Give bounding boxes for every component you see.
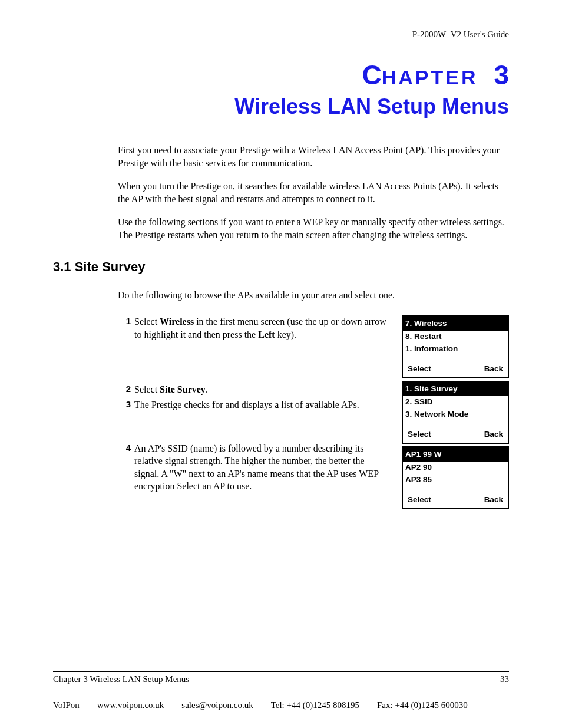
- screen2-highlight: 1. Site Survey: [403, 382, 508, 396]
- chapter-label: CHAPTER 3: [53, 59, 509, 91]
- footer-chapter-ref: Chapter 3 Wireless LAN Setup Menus: [53, 674, 189, 684]
- screen3-softkey-left: Select: [408, 494, 431, 506]
- screen3-highlight: AP1 99 W: [403, 447, 508, 462]
- screen1-softkey-right: Back: [484, 363, 503, 375]
- footer-contact: VoIPon www.voipon.co.uk sales@voipon.co.…: [53, 700, 509, 710]
- section-heading: 3.1 Site Survey: [53, 259, 509, 275]
- footer-fax: Fax: +44 (0)1245 600030: [377, 700, 468, 710]
- step-1: 1 Select Wireless in the first menu scre…: [118, 315, 390, 341]
- screen1-item2: 1. Information: [405, 343, 505, 355]
- device-screen-2: 1. Site Survey 2. SSID 3. Network Mode S…: [402, 381, 509, 444]
- step-2-number: 2: [118, 383, 134, 396]
- step-4: 4 An AP's SSID (name) is followed by a n…: [118, 442, 390, 493]
- footer-page-number: 33: [500, 674, 509, 684]
- chapter-title: Wireless LAN Setup Menus: [53, 94, 509, 119]
- screen3-item2: AP3 85: [405, 474, 505, 486]
- chapter-label-rest: HAPTER: [382, 66, 478, 88]
- intro-p3: Use the following sections if you want t…: [118, 216, 509, 241]
- step-3-text: The Prestige checks for and displays a l…: [134, 398, 390, 411]
- screen1-item1: 8. Restart: [405, 331, 505, 342]
- screen3-item1: AP2 90: [405, 462, 505, 473]
- screen2-softkey-right: Back: [484, 429, 503, 440]
- footer-web: www.voipon.co.uk: [97, 700, 164, 710]
- step-3-number: 3: [118, 398, 134, 411]
- intro-p2: When you turn the Prestige on, it search…: [118, 180, 509, 205]
- steps-column: 1 Select Wireless in the first menu scre…: [118, 315, 390, 495]
- device-screen-3: AP1 99 W AP2 90 AP3 85 Select Back: [402, 446, 509, 509]
- step-2-text-c: .: [206, 384, 208, 394]
- step-1-text-b: Wireless: [160, 317, 194, 327]
- step-2-text-b: Site Survey: [160, 384, 206, 394]
- step-1-text-e: key).: [275, 330, 296, 340]
- intro-block: First you need to associate your Prestig…: [118, 144, 509, 242]
- screen1-softkey-left: Select: [408, 363, 431, 375]
- device-screen-1: 7. Wireless 8. Restart 1. Information Se…: [402, 315, 509, 378]
- chapter-number: 3: [494, 60, 509, 90]
- section-intro: Do the following to browse the APs avail…: [118, 289, 509, 302]
- footer-tel: Tel: +44 (0)1245 808195: [271, 700, 359, 710]
- screen2-item1: 2. SSID: [405, 396, 505, 408]
- step-1-text: Select Wireless in the first menu screen…: [134, 315, 390, 341]
- step-4-text: An AP's SSID (name) is followed by a num…: [134, 442, 390, 493]
- step-2-text-a: Select: [134, 384, 160, 394]
- intro-p1: First you need to associate your Prestig…: [118, 144, 509, 169]
- screen2-item2: 3. Network Mode: [405, 409, 505, 420]
- screen3-softkey-right: Back: [484, 494, 503, 506]
- step-3: 3 The Prestige checks for and displays a…: [118, 398, 390, 411]
- chapter-label-c: C: [362, 60, 381, 90]
- step-4-number: 4: [118, 442, 134, 493]
- page-header: P-2000W_V2 User's Guide: [53, 29, 509, 42]
- screen2-softkey-left: Select: [408, 429, 431, 440]
- step-1-text-d: Left: [258, 330, 275, 340]
- step-2-text: Select Site Survey.: [134, 383, 390, 396]
- step-1-number: 1: [118, 315, 134, 341]
- footer-company: VoIPon: [53, 700, 80, 710]
- footer-email: sales@voipon.co.uk: [181, 700, 253, 710]
- device-screens-column: 7. Wireless 8. Restart 1. Information Se…: [402, 315, 509, 509]
- step-2: 2 Select Site Survey.: [118, 383, 390, 396]
- screen1-highlight: 7. Wireless: [403, 317, 508, 331]
- step-1-text-a: Select: [134, 317, 160, 327]
- page-footer: Chapter 3 Wireless LAN Setup Menus 33: [53, 671, 509, 684]
